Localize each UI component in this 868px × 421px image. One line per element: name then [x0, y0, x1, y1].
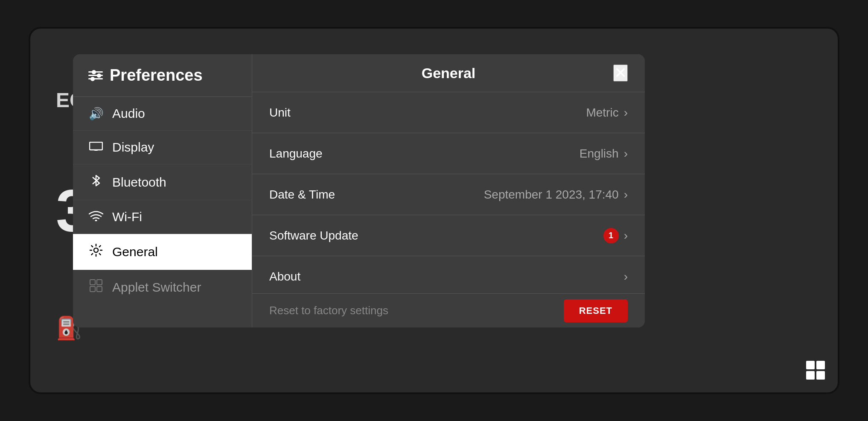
- sidebar-item-audio[interactable]: 🔊 Audio: [73, 97, 252, 131]
- sidebar-item-audio-label: Audio: [112, 106, 145, 121]
- about-label: About: [269, 270, 300, 284]
- row-language[interactable]: Language English ›: [252, 133, 645, 174]
- sidebar-item-display-label: Display: [112, 140, 154, 155]
- svg-rect-7: [97, 287, 102, 292]
- software-update-right: 1 ›: [603, 228, 628, 243]
- content-rows: Unit Metric › Language English › D: [252, 92, 645, 293]
- row-about[interactable]: About ›: [252, 256, 645, 293]
- content-area: General ✕ Unit Metric › Language English: [252, 54, 645, 327]
- sidebar-item-general-label: General: [112, 245, 158, 259]
- language-right: English ›: [580, 147, 628, 161]
- software-update-chevron: ›: [624, 229, 628, 243]
- svg-point-2: [95, 219, 97, 221]
- software-update-label: Software Update: [269, 229, 358, 243]
- svg-rect-5: [97, 280, 102, 285]
- wifi-icon: [88, 210, 104, 224]
- about-right: ›: [624, 270, 628, 284]
- sidebar: Preferences 🔊 Audio Display: [73, 54, 252, 327]
- screen-background: ECO 3 ⛽ Preferences 🔊 Audio: [29, 27, 839, 394]
- content-header: General ✕: [252, 54, 645, 92]
- unit-chevron: ›: [624, 106, 628, 120]
- sidebar-item-applet-switcher[interactable]: Applet Switcher: [73, 270, 252, 304]
- sidebar-title: Preferences: [110, 66, 203, 85]
- sidebar-header: Preferences: [73, 54, 252, 97]
- language-label: Language: [269, 147, 323, 161]
- audio-icon: 🔊: [88, 107, 104, 121]
- factory-reset-label: Reset to factory settings: [269, 304, 388, 317]
- applet-switcher-icon: [88, 279, 104, 295]
- sidebar-item-bluetooth[interactable]: Bluetooth: [73, 164, 252, 200]
- svg-point-3: [94, 248, 98, 252]
- row-date-time[interactable]: Date & Time September 1 2023, 17:40 ›: [252, 174, 645, 215]
- display-icon: [88, 140, 104, 154]
- row-unit[interactable]: Unit Metric ›: [252, 92, 645, 133]
- content-title: General: [422, 65, 476, 82]
- close-button[interactable]: ✕: [613, 64, 628, 82]
- general-icon: [88, 243, 104, 260]
- sidebar-item-wifi[interactable]: Wi-Fi: [73, 200, 252, 234]
- sidebar-item-applet-switcher-label: Applet Switcher: [112, 280, 201, 295]
- unit-label: Unit: [269, 106, 291, 120]
- unit-value: Metric: [586, 106, 618, 120]
- bluetooth-icon: [88, 174, 104, 190]
- language-chevron: ›: [624, 147, 628, 161]
- date-time-chevron: ›: [624, 188, 628, 202]
- svg-rect-1: [94, 150, 98, 151]
- sidebar-item-wifi-label: Wi-Fi: [112, 210, 142, 224]
- row-software-update[interactable]: Software Update 1 ›: [252, 215, 645, 256]
- preferences-modal: Preferences 🔊 Audio Display: [73, 54, 645, 327]
- sidebar-item-general[interactable]: General: [73, 234, 252, 270]
- reset-button[interactable]: RESET: [564, 299, 628, 322]
- software-update-badge: 1: [603, 228, 619, 243]
- date-time-label: Date & Time: [269, 188, 335, 202]
- svg-rect-0: [90, 142, 102, 150]
- unit-right: Metric ›: [586, 106, 628, 120]
- date-time-value: September 1 2023, 17:40: [484, 188, 619, 202]
- content-footer: Reset to factory settings RESET: [252, 293, 645, 327]
- date-time-right: September 1 2023, 17:40 ›: [484, 188, 628, 202]
- sidebar-item-display[interactable]: Display: [73, 131, 252, 164]
- svg-rect-4: [90, 280, 95, 285]
- about-chevron: ›: [624, 270, 628, 284]
- svg-rect-6: [90, 287, 95, 292]
- language-value: English: [580, 147, 619, 161]
- preferences-icon: [88, 71, 103, 79]
- sidebar-item-bluetooth-label: Bluetooth: [112, 175, 166, 190]
- sidebar-items: 🔊 Audio Display: [73, 97, 252, 327]
- grid-icon: [806, 361, 825, 380]
